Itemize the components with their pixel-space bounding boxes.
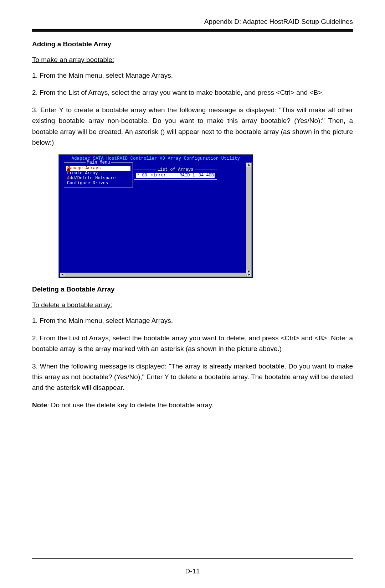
- scroll-up-icon[interactable]: ▲: [246, 163, 251, 167]
- bios-menu-label: reate Array: [70, 171, 98, 176]
- bios-hotkey-m: M: [67, 166, 70, 171]
- bios-list-title: List of Arrays: [136, 167, 215, 172]
- rule-thin: [32, 31, 353, 32]
- bios-screen: Adaptec SATA HostRAID Controller #0 Arra…: [59, 155, 253, 278]
- section-title-deleting: Deleting a Bootable Array: [32, 285, 353, 293]
- bios-menu-label-pre: Con: [67, 181, 75, 186]
- step-2-add: 2. From the List of Arrays, select the a…: [32, 87, 353, 98]
- bios-menu-label: dd/Delete Hotspare: [70, 176, 116, 181]
- step-3-add: 3. Enter Y to create a bootable array wh…: [32, 105, 353, 148]
- step-2-del: 2. From the List of Arrays, select the b…: [32, 333, 353, 355]
- bios-array-type: RAID 1: [180, 173, 195, 178]
- step-1-add: 1. From the Main menu, select Manage Arr…: [32, 70, 353, 81]
- note-text: : Do not use the delete key to delete th…: [47, 401, 214, 409]
- step-1-del: 1. From the Main menu, select Manage Arr…: [32, 315, 353, 326]
- page-header: Appendix D: Adaptec HostRAID Setup Guide…: [32, 18, 353, 28]
- rule-thick: [32, 29, 353, 31]
- bios-menu-label-post: igure Drives: [77, 181, 108, 186]
- footer-rule: [32, 558, 353, 559]
- note-label: Note: [32, 401, 47, 409]
- page-number: D-11: [0, 567, 385, 575]
- step-3-del: 3. When the following message is display…: [32, 361, 353, 393]
- bios-menu-item-configure-drives[interactable]: Configure Drives: [66, 181, 130, 186]
- document-page: Appendix D: Adaptec HostRAID Setup Guide…: [0, 0, 385, 588]
- bios-scrollbar-horizontal[interactable]: ◄ ►: [60, 273, 252, 277]
- bios-list-of-arrays: List of Arrays * 00 mirror RAID 1 34.4GB: [134, 170, 217, 180]
- bios-array-marker: * 00: [137, 173, 147, 178]
- bios-menu-item-manage-arrays[interactable]: Manage Arrays: [66, 166, 130, 171]
- bios-menu-item-create-array[interactable]: Create Array: [66, 171, 130, 176]
- bios-main-menu: Main Menu Manage Arrays Create Array Add…: [64, 163, 133, 187]
- bios-main-menu-title: Main Menu: [66, 160, 130, 165]
- subhead-make-bootable: To make an array bootable:: [32, 56, 353, 64]
- scroll-left-icon[interactable]: ◄: [60, 273, 65, 277]
- bios-hotkey-f: f: [75, 181, 77, 186]
- bios-screenshot: Adaptec SATA HostRAID Controller #0 Arra…: [58, 154, 253, 278]
- bios-menu-item-add-delete-hotspare[interactable]: Add/Delete Hotspare: [66, 176, 130, 181]
- bios-menu-label: anage Arrays: [70, 166, 101, 171]
- bios-array-name: mirror: [151, 173, 166, 178]
- section-title-adding: Adding a Bootable Array: [32, 40, 353, 48]
- subhead-delete-bootable: To delete a bootable array:: [32, 301, 353, 309]
- bios-array-size: 34.4GB: [199, 173, 214, 178]
- bios-scrollbar-vertical[interactable]: ▲ ▼: [246, 163, 252, 274]
- note-line: Note: Do not use the delete key to delet…: [32, 400, 353, 411]
- bios-array-row[interactable]: * 00 mirror RAID 1 34.4GB: [136, 173, 215, 178]
- scroll-right-icon[interactable]: ►: [247, 273, 251, 277]
